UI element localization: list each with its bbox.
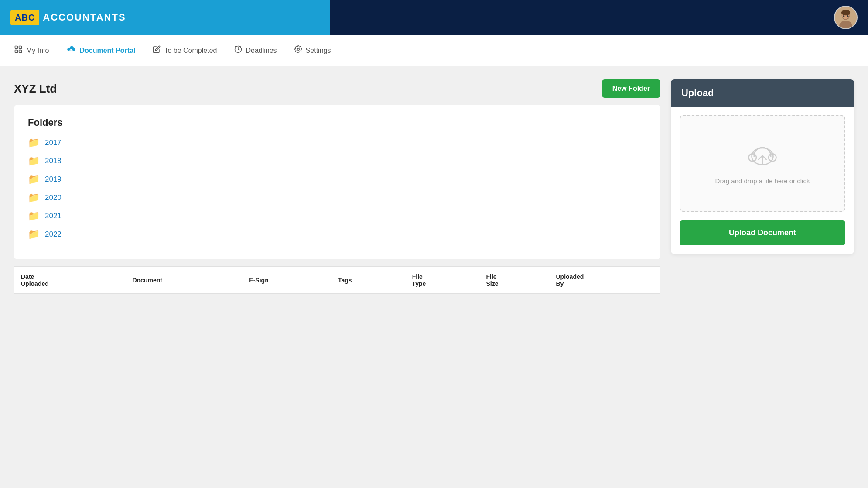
nav-label-deadlines: Deadlines — [246, 47, 277, 55]
nav-label-document-portal: Document Portal — [79, 47, 135, 55]
folder-2018[interactable]: 📁 2018 — [28, 155, 646, 167]
folder-link-2018[interactable]: 2018 — [45, 157, 62, 165]
folders-label: Folders — [28, 117, 646, 128]
folder-2021[interactable]: 📁 2021 — [28, 210, 646, 222]
folder-icon-2021: 📁 — [28, 210, 40, 222]
folder-icon-2020: 📁 — [28, 192, 40, 203]
left-panel: XYZ Ltd New Folder Folders 📁 2017 📁 2018… — [14, 79, 660, 294]
nav-item-deadlines[interactable]: Deadlines — [234, 42, 277, 59]
folder-2022[interactable]: 📁 2022 — [28, 229, 646, 240]
folder-link-2019[interactable]: 2019 — [45, 175, 62, 184]
folder-link-2022[interactable]: 2022 — [45, 230, 62, 239]
files-table-card: DateUploaded Document E-Sign Tags FileTy… — [14, 266, 660, 294]
header: ABC ACCOUNTANTS — [0, 0, 868, 35]
files-table: DateUploaded Document E-Sign Tags FileTy… — [14, 266, 660, 294]
upload-panel-body: Drag and drop a file here or click Uploa… — [671, 107, 854, 254]
drop-zone-text: Drag and drop a file here or click — [715, 177, 810, 185]
nav-item-settings[interactable]: Settings — [294, 42, 331, 59]
company-name: XYZ Ltd — [14, 82, 57, 96]
logo-area: ABC ACCOUNTANTS — [10, 10, 126, 25]
folder-link-2020[interactable]: 2020 — [45, 193, 62, 202]
svg-rect-7 — [15, 46, 18, 49]
col-uploaded-by: UploadedBy — [549, 267, 661, 294]
folder-2017[interactable]: 📁 2017 — [28, 137, 646, 148]
nav-label-settings: Settings — [306, 47, 331, 55]
upload-document-button[interactable]: Upload Document — [680, 220, 845, 245]
new-folder-button[interactable]: New Folder — [602, 79, 660, 98]
navigation: My Info Document Portal To be Completed — [0, 35, 868, 66]
svg-point-15 — [297, 48, 299, 51]
col-file-type: FileType — [405, 267, 479, 294]
folder-icon-2019: 📁 — [28, 174, 40, 185]
col-document: Document — [125, 267, 242, 294]
svg-rect-9 — [19, 46, 22, 49]
folder-link-2017[interactable]: 2017 — [45, 138, 62, 147]
avatar-area[interactable] — [834, 6, 858, 29]
cloud-icon — [66, 45, 76, 55]
logo-box: ABC — [10, 10, 39, 25]
folder-link-2021[interactable]: 2021 — [45, 212, 62, 220]
logo-abc-text: ABC — [15, 13, 35, 22]
logo-name-text: ACCOUNTANTS — [43, 12, 126, 23]
nav-label-my-info: My Info — [26, 47, 49, 55]
nav-item-document-portal[interactable]: Document Portal — [66, 42, 135, 59]
nav-item-my-info[interactable]: My Info — [14, 41, 49, 59]
main-content: XYZ Ltd New Folder Folders 📁 2017 📁 2018… — [0, 66, 868, 307]
folder-2020[interactable]: 📁 2020 — [28, 192, 646, 203]
svg-point-4 — [843, 15, 845, 17]
svg-rect-10 — [19, 50, 22, 53]
pencil-icon — [153, 45, 161, 55]
col-esign: E-Sign — [242, 267, 331, 294]
folder-2019[interactable]: 📁 2019 — [28, 174, 646, 185]
person-icon — [14, 45, 23, 56]
svg-rect-8 — [15, 50, 18, 53]
clock-icon — [234, 45, 242, 55]
folder-icon-2018: 📁 — [28, 155, 40, 167]
panel-header: XYZ Ltd New Folder — [14, 79, 660, 98]
avatar[interactable] — [834, 6, 858, 29]
col-tags: Tags — [331, 267, 405, 294]
col-file-size: FileSize — [479, 267, 549, 294]
folder-icon-2022: 📁 — [28, 229, 40, 240]
nav-label-to-be-completed: To be Completed — [164, 47, 217, 55]
folder-icon-2017: 📁 — [28, 137, 40, 148]
folders-card: Folders 📁 2017 📁 2018 📁 2019 📁 2020 📁 20… — [14, 105, 660, 259]
upload-cloud-icon — [747, 142, 778, 170]
svg-point-5 — [847, 15, 849, 17]
col-date-uploaded: DateUploaded — [14, 267, 125, 294]
drop-zone[interactable]: Drag and drop a file here or click — [680, 115, 845, 212]
upload-panel: Upload Drag and drop a file here or clic… — [671, 79, 854, 254]
upload-panel-header: Upload — [671, 79, 854, 107]
svg-point-6 — [841, 10, 850, 15]
gear-icon — [294, 45, 302, 55]
nav-item-to-be-completed[interactable]: To be Completed — [153, 42, 217, 59]
table-header-row: DateUploaded Document E-Sign Tags FileTy… — [14, 267, 660, 294]
